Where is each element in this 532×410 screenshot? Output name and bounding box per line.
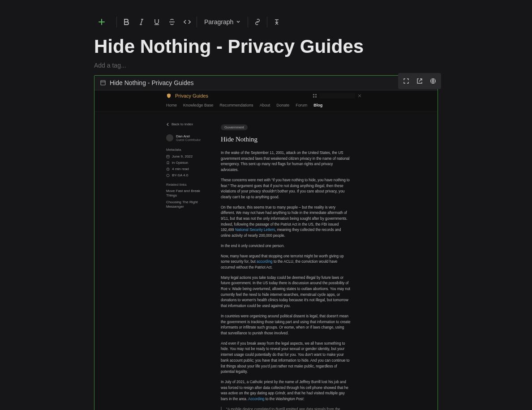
italic-button[interactable] (134, 14, 149, 30)
license-icon (166, 174, 170, 177)
article-heading: Hide Nothing (221, 136, 351, 143)
avatar (166, 134, 173, 141)
meta-category: in Opinion (166, 161, 207, 165)
svg-point-8 (167, 174, 169, 177)
metadata-label: Metadata (166, 148, 207, 152)
site-brand: Privacy Guides (175, 93, 208, 98)
nav-recommendations[interactable]: Recommendations (220, 103, 253, 107)
tag-input[interactable]: Add a tag... (0, 59, 532, 75)
svg-rect-6 (167, 155, 169, 158)
article-paragraph: In July of 2021, a Catholic priest by th… (221, 380, 351, 402)
svg-rect-3 (315, 94, 317, 95)
grid-icon[interactable] (313, 94, 317, 98)
bold-button[interactable] (119, 14, 134, 30)
author-name: Dan Arel (176, 134, 201, 138)
article-paragraph: These concerns were met with "if you hav… (221, 178, 351, 201)
nav-about[interactable]: About (260, 103, 270, 107)
editor-toolbar: Paragraph (0, 0, 532, 27)
article-main: Government Hide Nothing In the wake of t… (221, 122, 351, 410)
article-paragraph: In the end it only convicted one person. (221, 243, 351, 249)
related-label: Related links (166, 183, 207, 187)
clear-format-button[interactable] (269, 14, 284, 30)
search-input[interactable] (319, 93, 355, 98)
page-title[interactable]: Hide Nothing - Privacy Guides (0, 27, 532, 59)
web-embed: Hide Nothing - Privacy Guides Privacy Gu… (94, 75, 438, 410)
article-paragraph: And even if you break away from the lega… (221, 341, 351, 375)
block-style-label: Paragraph (204, 18, 233, 26)
embed-controls (398, 73, 441, 89)
article-paragraph: Many legal actions you take today could … (221, 275, 351, 309)
site-logo[interactable]: Privacy Guides (166, 93, 208, 98)
nav-kb[interactable]: Knowledge Base (183, 103, 214, 107)
calendar-icon (166, 155, 170, 158)
related-link[interactable]: Move Fast and Break Things (166, 189, 207, 198)
site-nav: Home Knowledge Base Recommendations Abou… (94, 101, 438, 111)
close-icon[interactable] (358, 94, 361, 98)
embed-content[interactable]: Privacy Guides Home Knowledge Base Recom… (94, 90, 438, 410)
meta-readtime: 4 min read (166, 167, 207, 171)
svg-rect-5 (315, 96, 317, 98)
link-button[interactable] (250, 14, 265, 30)
meta-license: BY-SA 4.0 (166, 173, 207, 177)
nav-home[interactable]: Home (166, 103, 177, 107)
article-paragraph: In countries were organizing around poli… (221, 314, 351, 337)
svg-rect-1 (101, 81, 105, 85)
site-body: Back to index Dan Arel Guest Contributor… (94, 111, 438, 410)
bookmark-icon (166, 161, 170, 165)
article-link[interactable]: National Security Letters (235, 228, 275, 232)
toolbar-divider (248, 17, 248, 27)
shield-icon (166, 93, 172, 98)
block-style-select[interactable]: Paragraph (199, 18, 246, 26)
nav-blog[interactable]: Blog (313, 103, 322, 107)
author-block: Dan Arel Guest Contributor (166, 134, 207, 141)
nav-donate[interactable]: Donate (276, 103, 289, 107)
code-button[interactable] (180, 14, 195, 30)
open-external-button[interactable] (413, 75, 426, 87)
add-block-button[interactable] (94, 14, 109, 30)
svg-rect-2 (313, 94, 314, 95)
article-paragraph: In the wake of the September 11, 2001, a… (221, 150, 351, 173)
author-role: Guest Contributor (176, 138, 201, 141)
site-search (313, 93, 361, 98)
chevron-down-icon (236, 20, 240, 24)
strikethrough-button[interactable] (164, 14, 180, 30)
site-header: Privacy Guides (94, 90, 438, 101)
related-link[interactable]: Choosing The Right Messenger (166, 200, 207, 209)
globe-button[interactable] (427, 75, 439, 87)
toolbar-divider (267, 17, 267, 27)
page-icon (100, 80, 106, 86)
expand-button[interactable] (400, 75, 412, 87)
blockquote: "A mobile device correlated to Burrill e… (221, 407, 351, 410)
toolbar-divider (116, 17, 117, 27)
article-paragraph: Now, many have argued that stopping one … (221, 254, 351, 271)
arrow-left-icon (166, 123, 170, 126)
svg-rect-4 (313, 96, 314, 98)
toolbar-divider (197, 17, 197, 27)
article-link[interactable]: According (248, 397, 264, 401)
embed-title: Hide Nothing - Privacy Guides (110, 79, 194, 86)
article-link[interactable]: according (257, 260, 273, 264)
back-link[interactable]: Back to index (166, 122, 207, 126)
article-sidebar: Back to index Dan Arel Guest Contributor… (166, 122, 207, 410)
clock-icon (166, 167, 170, 171)
article-tag[interactable]: Government (221, 124, 248, 130)
article-paragraph: On the surface, this seems true to many … (221, 205, 351, 239)
underline-button[interactable] (149, 14, 164, 30)
nav-forum[interactable]: Forum (296, 103, 307, 107)
embed-header: Hide Nothing - Privacy Guides (94, 76, 438, 90)
meta-date: June 9, 2022 (166, 154, 207, 158)
